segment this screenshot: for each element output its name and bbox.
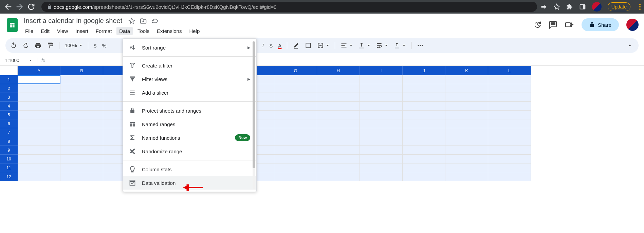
cell[interactable] (403, 163, 445, 172)
star-icon[interactable] (553, 3, 560, 10)
cell[interactable] (403, 102, 445, 111)
menu-item-randomize-range[interactable]: Randomize range (123, 144, 256, 158)
row-header[interactable]: 1 (0, 75, 18, 84)
cell[interactable] (317, 119, 360, 128)
reload-button[interactable] (26, 2, 36, 12)
cell[interactable] (445, 155, 488, 163)
cell[interactable] (274, 163, 317, 172)
collapse-icon[interactable] (626, 42, 633, 49)
document-title[interactable]: Insert a calendar in google sheet (22, 16, 124, 25)
cell[interactable] (403, 111, 445, 119)
menu-item-named-functions[interactable]: Named functionsNew (123, 131, 256, 144)
cell[interactable] (317, 93, 360, 102)
chevron-down-icon[interactable] (79, 44, 82, 47)
cell[interactable] (445, 102, 488, 111)
cell[interactable] (317, 128, 360, 137)
chrome-menu-icon[interactable] (639, 4, 641, 10)
select-all-corner[interactable] (0, 66, 18, 75)
cell[interactable] (403, 146, 445, 155)
menu-data[interactable]: Data (116, 27, 133, 35)
menu-item-filter-views[interactable]: Filter views▶ (123, 72, 256, 86)
percent-format[interactable]: % (102, 43, 106, 48)
cell[interactable] (360, 111, 403, 119)
col-header[interactable]: B (60, 66, 103, 75)
share-button[interactable]: Share (582, 18, 619, 31)
cell[interactable] (274, 93, 317, 102)
cell[interactable] (274, 111, 317, 119)
cell[interactable] (317, 84, 360, 93)
cell[interactable] (403, 137, 445, 146)
history-icon[interactable] (533, 21, 541, 29)
cell[interactable] (360, 163, 403, 172)
cell[interactable] (60, 172, 103, 181)
cell[interactable] (488, 172, 531, 181)
cell[interactable] (274, 84, 317, 93)
cell[interactable] (488, 102, 531, 111)
profile-avatar[interactable] (592, 2, 602, 12)
cell[interactable] (18, 155, 60, 163)
col-header[interactable]: G (274, 66, 317, 75)
cell[interactable] (403, 93, 445, 102)
cell[interactable] (60, 128, 103, 137)
cell[interactable] (18, 102, 60, 111)
borders-icon[interactable] (305, 42, 312, 49)
extensions-icon[interactable] (566, 3, 573, 10)
undo-icon[interactable] (10, 42, 17, 49)
cell[interactable] (445, 84, 488, 93)
italic-icon[interactable]: I (262, 43, 264, 48)
cell[interactable] (317, 146, 360, 155)
share-icon[interactable] (540, 3, 547, 10)
menu-help[interactable]: Help (186, 27, 202, 35)
cloud-icon[interactable] (151, 18, 158, 24)
cell[interactable] (360, 128, 403, 137)
cell[interactable] (445, 119, 488, 128)
cell[interactable] (60, 93, 103, 102)
account-avatar[interactable] (626, 19, 639, 31)
halign-icon[interactable] (341, 42, 347, 49)
cell[interactable] (360, 93, 403, 102)
menu-item-named-ranges[interactable]: Named ranges (123, 117, 256, 131)
chevron-down-icon[interactable] (326, 44, 329, 47)
move-icon[interactable] (140, 18, 147, 24)
menu-item-protect-sheets-and-ranges[interactable]: Protect sheets and ranges (123, 104, 256, 117)
cell[interactable] (360, 146, 403, 155)
chevron-down-icon[interactable] (402, 44, 406, 47)
cell[interactable] (488, 146, 531, 155)
cell[interactable] (488, 111, 531, 119)
cell[interactable] (18, 93, 60, 102)
cell[interactable] (60, 102, 103, 111)
comment-icon[interactable] (549, 21, 557, 29)
cell[interactable] (488, 84, 531, 93)
cell[interactable] (274, 75, 317, 84)
cell[interactable] (18, 111, 60, 119)
chevron-down-icon[interactable] (349, 44, 353, 47)
cell[interactable] (274, 146, 317, 155)
chevron-down-icon[interactable] (571, 23, 574, 26)
currency-format[interactable]: $ (94, 43, 96, 48)
cell[interactable] (488, 119, 531, 128)
cell[interactable] (360, 172, 403, 181)
cell[interactable] (317, 137, 360, 146)
row-header[interactable]: 10 (0, 155, 18, 163)
row-header[interactable]: 7 (0, 128, 18, 137)
cell[interactable] (317, 163, 360, 172)
cell[interactable] (317, 172, 360, 181)
cell[interactable] (403, 119, 445, 128)
cell[interactable] (488, 128, 531, 137)
fill-color-icon[interactable] (293, 42, 299, 49)
menu-edit[interactable]: Edit (38, 27, 52, 35)
cell[interactable] (18, 172, 60, 181)
menu-tools[interactable]: Tools (135, 27, 152, 35)
row-header[interactable]: 11 (0, 163, 18, 172)
menu-item-sort-range[interactable]: Sort range▶ (123, 41, 256, 54)
menu-item-data-validation[interactable]: Data validation (123, 176, 256, 190)
cell[interactable] (60, 163, 103, 172)
menu-item-create-a-filter[interactable]: Create a filter (123, 59, 256, 72)
cell[interactable] (317, 155, 360, 163)
cell[interactable] (403, 75, 445, 84)
col-header[interactable]: J (403, 66, 445, 75)
valign-icon[interactable] (358, 42, 365, 49)
cell[interactable] (403, 84, 445, 93)
col-header[interactable]: I (360, 66, 403, 75)
cell[interactable] (360, 119, 403, 128)
